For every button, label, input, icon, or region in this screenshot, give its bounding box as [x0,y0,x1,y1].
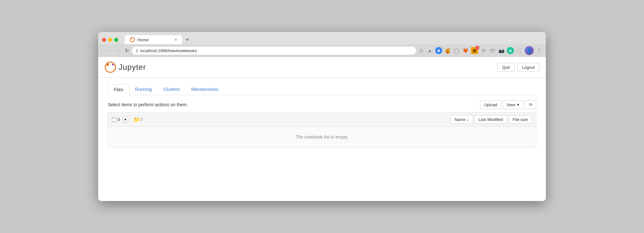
honey-icon[interactable]: 🍯 [444,47,451,54]
item-count: 0 [118,117,120,122]
url-input[interactable] [140,48,412,53]
refresh-button[interactable]: ⟳ [525,100,536,109]
main-content: Files Running Clusters Nbextensions Sele… [98,78,546,154]
select-dropdown-button[interactable]: ▾ [122,116,128,123]
svg-point-3 [106,63,109,66]
star-icon[interactable]: ☆ [419,47,424,54]
tab-favicon-icon [130,37,135,42]
file-list: 0 ▾ 📁 / Name ↓ Last Modified File size [108,112,536,148]
sort-by-file-size-button[interactable]: File size [508,115,532,124]
new-button[interactable]: New ▼ [503,100,524,109]
new-tab-button[interactable]: + [183,35,192,44]
extension5-icon[interactable]: ⬚ [516,47,523,54]
jupyter-header: Jupyter Quit Logout [98,57,546,78]
extension-grid-icon[interactable]: ⊞ 1 [471,47,478,54]
tab-title: Home [137,37,149,42]
path-separator: / [141,117,142,122]
window-controls [102,38,118,42]
url-bar: ℹ [132,47,416,55]
tab-files[interactable]: Files [108,84,130,95]
address-bar: ← → ↻ ℹ ☆ ▲ ● 🍯 ◯ 🦊 ⊞ 1 ✉ 🛡 📷 G ⬚ 👤 ⋮ [98,44,546,57]
page-content: Jupyter Quit Logout Files Running Cluste… [98,57,546,201]
browser-window: Home × + ← → ↻ ℹ ☆ ▲ ● 🍯 ◯ 🦊 ⊞ 1 [98,32,546,201]
tab-clusters[interactable]: Clusters [158,84,185,95]
select-all-checkbox[interactable] [112,117,116,122]
select-all-wrapper: 0 [112,117,120,122]
file-list-empty: The notebook list is empty. [108,127,536,147]
maximize-button[interactable] [114,38,118,42]
mail-icon[interactable]: ✉ [480,47,487,54]
forward-button[interactable]: → [114,47,122,54]
folder-path: 📁 / [133,116,142,123]
chromium-icon[interactable]: ● [435,47,442,54]
firefox-icon[interactable]: 🦊 [462,47,469,54]
jupyter-logo: Jupyter [105,61,146,73]
extension-icons: ▲ ● 🍯 ◯ 🦊 ⊞ 1 ✉ 🛡 📷 G ⬚ 👤 [426,46,534,55]
sort-buttons: Name ↓ Last Modified File size [450,115,532,124]
nav-tabs: Files Running Clusters Nbextensions [108,84,536,95]
tab-close-button[interactable]: × [175,37,177,42]
header-buttons: Quit Logout [497,63,539,72]
security-icon: ℹ [136,48,138,53]
tab-bar: Home × + [125,35,542,44]
sort-by-name-button[interactable]: Name ↓ [450,115,473,124]
camera-icon[interactable]: 📷 [498,47,505,54]
close-button[interactable] [102,38,106,42]
svg-point-4 [112,64,114,66]
toolbar-buttons: Upload New ▼ ⟳ [480,100,536,109]
profile-avatar[interactable]: 👤 [525,46,534,55]
jupyter-logo-icon [105,61,116,73]
tab-nbextensions[interactable]: Nbextensions [185,84,224,95]
grammarly-icon[interactable]: G [507,47,514,54]
folder-icon: 📁 [133,116,140,123]
svg-point-2 [105,62,115,72]
file-list-header: 0 ▾ 📁 / Name ↓ Last Modified File size [108,113,536,127]
circle-icon[interactable]: ◯ [453,47,460,54]
minimize-button[interactable] [108,38,112,42]
toolbar-row: Select items to perform actions on them.… [108,100,536,109]
upload-button[interactable]: Upload [480,100,501,109]
browser-tab-home[interactable]: Home × [125,35,182,44]
shield-icon[interactable]: 🛡 [489,47,496,54]
quit-button[interactable]: Quit [497,63,514,72]
browser-menu-button[interactable]: ⋮ [536,47,542,54]
back-button[interactable]: ← [102,47,111,54]
jupyter-logo-text: Jupyter [119,63,146,72]
drive-icon[interactable]: ▲ [426,47,433,54]
logout-button[interactable]: Logout [517,63,539,72]
svg-point-1 [130,38,132,39]
title-bar: Home × + [98,32,546,44]
toolbar-help-text: Select items to perform actions on them. [108,102,188,107]
sort-by-last-modified-button[interactable]: Last Modified [474,115,507,124]
reload-button[interactable]: ↻ [125,48,129,53]
tab-running[interactable]: Running [130,84,158,95]
